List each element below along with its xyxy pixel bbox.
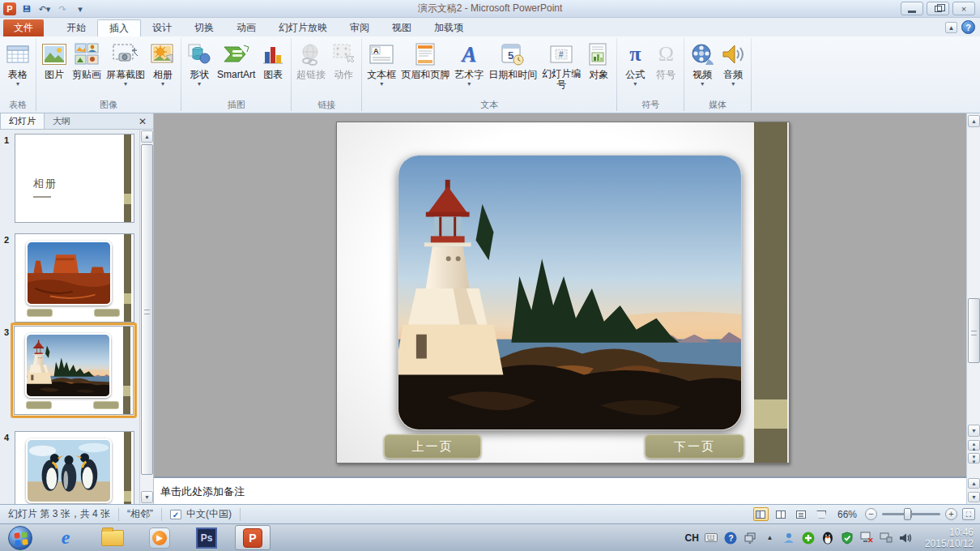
title-bar: P 💾︎ ↶▾ ↷ ▾ 演示文稿2 - Microsoft PowerPoint…: [0, 0, 980, 18]
photoshop-icon[interactable]: Ps: [193, 526, 220, 550]
zoom-level[interactable]: 66%: [834, 509, 860, 520]
powerpoint-taskbar-button[interactable]: P: [235, 525, 271, 550]
screenshot-button[interactable]: 屏幕截图 ▾: [104, 38, 147, 98]
media-player-icon[interactable]: ▶: [146, 526, 173, 550]
slide-thumbnail-1[interactable]: 相册: [15, 134, 134, 223]
chart-button[interactable]: 图表: [258, 38, 288, 98]
lighthouse-photo[interactable]: [398, 155, 742, 430]
object-button[interactable]: 对象: [583, 38, 614, 98]
tab-slides[interactable]: 幻灯片: [0, 113, 45, 129]
scroll-up-icon[interactable]: ▲: [141, 130, 153, 143]
prev-page-button[interactable]: 上一页: [384, 434, 481, 459]
tab-design[interactable]: 设计: [141, 19, 183, 36]
wordart-button[interactable]: A 艺术字 ▾: [452, 38, 486, 98]
user-account-icon[interactable]: [782, 531, 796, 545]
header-footer-button[interactable]: 页眉和页脚: [398, 38, 452, 98]
reading-view-button[interactable]: [794, 507, 809, 521]
tab-view[interactable]: 视图: [381, 19, 423, 36]
scroll-up-icon[interactable]: ▲: [968, 478, 980, 489]
scrollbar-thumb[interactable]: [141, 144, 153, 475]
qq-icon[interactable]: [821, 531, 835, 545]
close-button[interactable]: ×: [952, 2, 975, 15]
theme-indicator[interactable]: “相邻”: [119, 508, 161, 521]
audio-icon: [721, 40, 745, 69]
slide-sorter-button[interactable]: [773, 507, 789, 521]
photo-album-button[interactable]: 相册 ▾: [147, 38, 178, 98]
smartart-button[interactable]: SmartArt: [215, 38, 258, 98]
taskbar-clock[interactable]: 10:46 2015/10/12: [918, 527, 974, 549]
language-indicator[interactable]: CH: [685, 532, 699, 544]
tab-transitions[interactable]: 切换: [183, 19, 225, 36]
group-label-text[interactable]: 文本: [364, 99, 614, 113]
next-page-button[interactable]: 下一页: [645, 434, 744, 459]
table-button[interactable]: 表格 ▾: [2, 38, 33, 98]
tab-slideshow[interactable]: 幻灯片放映: [267, 19, 339, 36]
scroll-down-icon[interactable]: ▼: [968, 492, 980, 502]
clipart-button[interactable]: 剪贴画: [70, 38, 104, 98]
video-button[interactable]: 视频 ▾: [687, 38, 718, 98]
scroll-down-icon[interactable]: ▼: [968, 425, 980, 437]
tab-outline[interactable]: 大纲: [45, 113, 79, 129]
textbox-button[interactable]: A 文本框 ▾: [364, 38, 398, 98]
panel-scrollbar[interactable]: ▲ ▼: [139, 130, 153, 504]
zoom-in-button[interactable]: +: [945, 508, 957, 520]
equation-button[interactable]: π 公式 ▾: [620, 38, 650, 98]
slide-thumbnail-2[interactable]: [15, 233, 134, 322]
previous-slide-icon[interactable]: ▲▲: [968, 440, 980, 451]
file-explorer-icon[interactable]: [99, 526, 126, 550]
action-button: 动作: [328, 38, 359, 98]
slide-canvas[interactable]: 上一页 下一页: [336, 122, 790, 463]
slide-number-button[interactable]: # 幻灯片编号: [539, 38, 583, 98]
spellcheck-indicator[interactable]: ✓ 中文(中国): [162, 508, 240, 521]
minimize-button[interactable]: [901, 2, 923, 15]
tab-animations[interactable]: 动画: [225, 19, 267, 36]
audio-button[interactable]: 音频 ▾: [718, 38, 748, 98]
help-icon[interactable]: ?: [961, 20, 975, 34]
tab-addins[interactable]: 加载项: [423, 19, 475, 36]
keyboard-icon[interactable]: [705, 531, 718, 545]
fit-to-window-button[interactable]: ⛶: [962, 508, 975, 520]
tab-insert[interactable]: 插入: [97, 19, 141, 36]
desktop-windows-icon[interactable]: [744, 531, 757, 545]
collapse-ribbon-icon[interactable]: ▲: [945, 22, 957, 33]
close-icon[interactable]: ✕: [137, 116, 148, 127]
group-label-symbols[interactable]: 符号: [620, 99, 681, 113]
tab-review[interactable]: 审阅: [339, 19, 381, 36]
shapes-button[interactable]: 形状 ▾: [184, 38, 215, 98]
group-label-tables[interactable]: 表格: [2, 99, 33, 113]
date-time-button[interactable]: 5 日期和时间: [486, 38, 539, 98]
network-icon[interactable]: [880, 531, 893, 545]
volume-icon[interactable]: [899, 531, 913, 545]
notes-scrollbar[interactable]: ▲ ▼: [966, 476, 980, 504]
chevron-down-icon: ▾: [731, 80, 735, 88]
antivirus-plus-icon[interactable]: [802, 531, 816, 545]
start-button[interactable]: [8, 526, 32, 550]
scroll-down-icon[interactable]: ▼: [141, 491, 153, 503]
group-label-links[interactable]: 链接: [294, 99, 359, 113]
restore-button[interactable]: [927, 2, 949, 15]
network-error-icon[interactable]: ✕: [860, 531, 874, 545]
normal-view-button[interactable]: [753, 507, 769, 521]
show-hidden-icons[interactable]: ▲: [763, 531, 777, 545]
next-slide-icon[interactable]: ▼▼: [968, 453, 980, 463]
tab-home[interactable]: 开始: [55, 19, 97, 36]
security-shield-icon[interactable]: [841, 531, 854, 545]
slide-thumbnail-4[interactable]: [15, 431, 134, 504]
picture-button[interactable]: 图片: [39, 38, 70, 98]
scroll-up-icon[interactable]: ▲: [968, 115, 980, 127]
scrollbar-thumb[interactable]: [968, 298, 980, 363]
group-label-media[interactable]: 媒体: [687, 99, 748, 113]
main-scrollbar[interactable]: ▲ ▼ ▲▲ ▼▼: [966, 113, 980, 476]
zoom-slider[interactable]: [882, 513, 940, 515]
slideshow-button[interactable]: [814, 507, 829, 521]
internet-explorer-icon[interactable]: e: [52, 526, 79, 550]
zoom-out-button[interactable]: −: [865, 508, 877, 520]
zoom-slider-thumb[interactable]: [904, 508, 911, 520]
group-label-images[interactable]: 图像: [39, 99, 178, 113]
group-label-illustrations[interactable]: 插图: [184, 99, 288, 113]
notes-pane[interactable]: 单击此处添加备注: [154, 476, 966, 504]
tab-file[interactable]: 文件: [3, 19, 44, 36]
help-tray-icon[interactable]: ?: [724, 531, 738, 545]
slide-thumbnail-3[interactable]: [14, 326, 134, 415]
slide-number: 4: [4, 433, 9, 442]
